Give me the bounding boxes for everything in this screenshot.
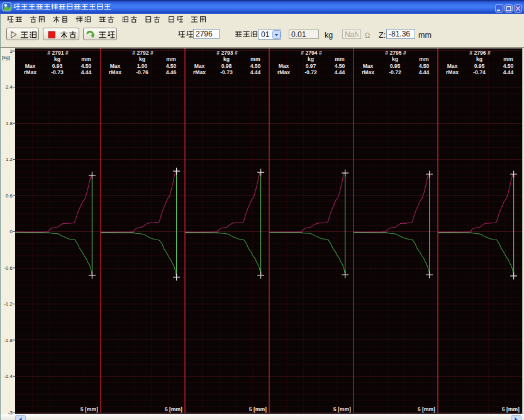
svg-text:kg: kg xyxy=(476,56,482,62)
svg-text:0.95: 0.95 xyxy=(390,63,401,69)
svg-text:[kg]: [kg] xyxy=(2,55,10,60)
svg-text:5 [mm]: 5 [mm] xyxy=(502,406,520,412)
svg-text:Max: Max xyxy=(279,63,289,69)
svg-text:Max: Max xyxy=(110,63,121,69)
svg-text:1.2: 1.2 xyxy=(6,157,13,162)
svg-text:3: 3 xyxy=(10,48,13,54)
svg-text:-0.72: -0.72 xyxy=(304,69,317,75)
svg-text:4.50: 4.50 xyxy=(503,63,514,69)
svg-text:-2.4: -2.4 xyxy=(4,373,13,379)
svg-text:rMax: rMax xyxy=(24,69,36,75)
svg-text:5 [mm]: 5 [mm] xyxy=(418,406,435,412)
svg-text:4.44: 4.44 xyxy=(419,69,430,75)
svg-text:0.93: 0.93 xyxy=(52,63,63,69)
svg-text:mm: mm xyxy=(166,56,176,62)
svg-text:1.00: 1.00 xyxy=(137,63,148,69)
svg-text:rMax: rMax xyxy=(277,69,290,75)
svg-text:4.46: 4.46 xyxy=(166,69,177,75)
svg-text:-0.72: -0.72 xyxy=(389,69,401,75)
svg-text:rMax: rMax xyxy=(446,69,459,75)
svg-text:kg: kg xyxy=(308,56,314,62)
svg-text:-0.76: -0.76 xyxy=(136,69,148,75)
svg-text:4.50: 4.50 xyxy=(250,63,261,69)
svg-text:0.98: 0.98 xyxy=(221,63,232,69)
svg-text:5 [mm]: 5 [mm] xyxy=(81,406,98,412)
svg-text:kg: kg xyxy=(54,56,60,62)
svg-text:-0.73: -0.73 xyxy=(220,69,233,75)
svg-text:kg: kg xyxy=(223,56,230,62)
svg-text:rMax: rMax xyxy=(109,69,121,75)
svg-text:0.95: 0.95 xyxy=(474,63,485,69)
svg-text:2.4: 2.4 xyxy=(6,84,13,90)
svg-text:Max: Max xyxy=(363,63,374,69)
svg-text:4.50: 4.50 xyxy=(81,63,92,69)
svg-text:5 [mm]: 5 [mm] xyxy=(249,406,267,412)
svg-text:0.6: 0.6 xyxy=(6,193,13,199)
svg-text:mm: mm xyxy=(418,31,432,40)
svg-text:-1.8: -1.8 xyxy=(4,338,13,343)
svg-text:-1.2: -1.2 xyxy=(4,301,13,307)
svg-text:Max: Max xyxy=(447,63,458,69)
svg-text:5 [mm]: 5 [mm] xyxy=(333,406,351,412)
svg-text:Max: Max xyxy=(25,63,36,69)
svg-text:-0.74: -0.74 xyxy=(473,69,486,75)
svg-text:mm: mm xyxy=(250,56,260,62)
svg-text:4.50: 4.50 xyxy=(335,63,345,69)
svg-text:4.50: 4.50 xyxy=(166,63,177,69)
svg-text:4.44: 4.44 xyxy=(503,69,514,75)
svg-text:rMax: rMax xyxy=(193,69,206,75)
svg-text:rMax: rMax xyxy=(362,69,374,75)
svg-text:mm: mm xyxy=(503,56,513,62)
svg-text:0: 0 xyxy=(10,229,13,235)
svg-text:mm: mm xyxy=(419,56,429,62)
svg-text:4.44: 4.44 xyxy=(335,69,345,75)
svg-text:0.97: 0.97 xyxy=(306,63,316,69)
svg-text:1.8: 1.8 xyxy=(6,121,13,126)
svg-text:4.50: 4.50 xyxy=(419,63,430,69)
svg-text:4.44: 4.44 xyxy=(250,69,261,75)
svg-text:kg: kg xyxy=(325,31,333,40)
svg-text:-0.73: -0.73 xyxy=(51,69,64,75)
svg-text:4.44: 4.44 xyxy=(81,69,92,75)
svg-text:-0.6: -0.6 xyxy=(4,265,13,271)
svg-text:Max: Max xyxy=(194,63,205,69)
svg-text:kg: kg xyxy=(392,56,398,62)
svg-text:Z:: Z: xyxy=(379,31,386,40)
svg-text:mm: mm xyxy=(81,56,91,62)
svg-text:Ω: Ω xyxy=(365,31,370,39)
svg-text:mm: mm xyxy=(335,56,345,62)
svg-text:kg: kg xyxy=(139,56,145,62)
svg-text:5 [mm]: 5 [mm] xyxy=(165,406,182,412)
